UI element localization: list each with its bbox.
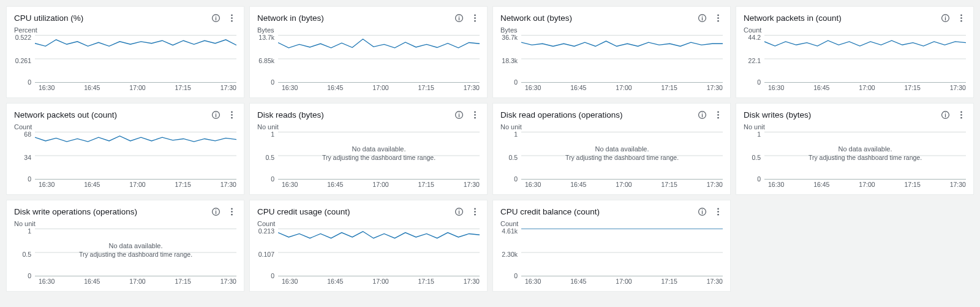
x-tick: 16:45 [84,278,100,285]
info-icon[interactable] [454,207,464,216]
card-header: CPU credit balance (count) [500,207,723,216]
metric-card-net-in: Network in (bytes)Bytes13.7k6.85k016:301… [249,6,488,98]
x-tick: 17:30 [464,278,480,285]
y-tick: 22.1 [748,58,761,64]
plot-area: 36.7k18.3k0 [500,35,723,83]
card-header: Network packets out (count) [14,110,236,119]
plot[interactable]: No data available.Try adjusting the dash… [521,132,723,180]
x-tick: 16:30 [768,84,784,91]
info-icon[interactable] [940,13,950,23]
x-tick: 17:30 [221,84,236,91]
svg-point-48 [474,111,476,113]
x-tick: 17:15 [418,84,434,91]
card-menu-icon[interactable] [470,13,480,23]
card-menu-icon[interactable] [470,207,480,216]
plot-area: 10.50No data available.Try adjusting the… [14,229,236,276]
card-header: Network in (bytes) [257,13,480,23]
plot[interactable]: No data available.Try adjusting the dash… [35,229,236,276]
info-icon[interactable] [211,13,221,23]
x-tick: 17:00 [859,181,875,188]
card-header-actions [211,207,236,216]
card-title: Disk read operations (operations) [500,110,623,119]
svg-point-22 [717,17,719,19]
no-data-line1: No data available. [809,145,922,153]
svg-point-83 [458,209,459,210]
plot[interactable] [35,132,236,180]
card-header: CPU credit usage (count) [257,207,480,216]
card-menu-icon[interactable] [956,13,966,23]
x-tick: 17:00 [129,84,145,91]
info-icon[interactable] [697,207,707,216]
plot[interactable] [278,35,480,83]
x-tick: 17:15 [175,278,191,285]
info-icon[interactable] [697,13,707,23]
y-tick: 0.5 [508,154,518,161]
card-menu-icon[interactable] [470,110,480,119]
y-tick: 13.7k [258,34,274,41]
x-tick: 16:45 [570,84,586,91]
y-tick: 0 [28,176,31,183]
x-tick: 17:00 [372,278,388,285]
info-icon[interactable] [211,110,221,119]
card-menu-icon[interactable] [713,13,723,23]
info-icon[interactable] [697,110,707,119]
card-menu-icon[interactable] [227,110,236,119]
x-tick: 16:30 [282,84,298,91]
plot[interactable]: No data available.Try adjusting the dash… [278,132,480,180]
card-menu-icon[interactable] [713,207,723,216]
metric-card-cpu-credit-usage: CPU credit usage (count)Count0.2130.1070… [249,200,488,292]
y-tick: 34 [24,154,31,161]
svg-point-20 [701,15,702,16]
metric-card-disk-write-ops: Disk write operations (operations)No uni… [6,200,244,292]
info-icon[interactable] [940,110,950,119]
plot[interactable] [521,35,723,83]
y-tick: 68 [24,131,31,138]
info-icon[interactable] [454,13,464,23]
info-icon[interactable] [454,110,464,119]
x-axis: 16:3016:4517:0017:1517:30 [257,181,480,188]
plot[interactable] [764,35,966,83]
x-axis: 16:3016:4517:0017:1517:30 [500,181,723,188]
x-tick: 17:00 [129,181,145,188]
plot[interactable]: No data available.Try adjusting the dash… [764,132,966,180]
unit-label: Count [744,26,966,34]
y-axis: 10.50 [744,132,764,180]
plot[interactable] [35,35,236,83]
svg-point-21 [717,14,719,16]
info-icon[interactable] [211,207,221,216]
metric-card-disk-read-ops: Disk read operations (operations)No unit… [492,103,731,195]
card-menu-icon[interactable] [956,110,966,119]
plot-area: 10.50No data available.Try adjusting the… [744,132,966,180]
x-tick: 16:30 [39,278,55,285]
y-tick: 0.5 [752,154,761,161]
plot[interactable] [278,229,480,276]
y-tick: 4.61k [502,228,518,235]
card-header: Disk reads (bytes) [257,110,480,119]
svg-point-94 [717,211,719,213]
y-tick: 0.5 [22,251,31,258]
card-header-actions [697,207,723,216]
card-header: CPU utilization (%) [14,13,236,23]
svg-point-3 [231,14,233,16]
unit-label: No unit [257,123,480,131]
card-menu-icon[interactable] [713,110,723,119]
card-menu-icon[interactable] [227,207,236,216]
plot[interactable] [521,229,723,276]
y-tick: 0 [271,273,274,279]
x-tick: 17:00 [372,84,388,91]
card-header-actions [454,110,480,119]
no-data-message: No data available.Try adjusting the dash… [565,145,679,161]
x-tick: 16:30 [525,84,541,91]
unit-label: Count [257,220,480,227]
x-tick: 16:30 [282,181,298,188]
x-tick: 16:45 [84,84,100,91]
card-menu-icon[interactable] [227,13,236,23]
x-tick: 17:30 [464,84,480,91]
y-tick: 0 [28,79,31,86]
x-axis: 16:3016:4517:0017:1517:30 [500,278,723,285]
plot-area: 13.7k6.85k0 [257,35,480,83]
x-tick: 17:30 [221,278,236,285]
svg-point-92 [701,209,702,210]
plot-area: 10.50No data available.Try adjusting the… [257,132,480,180]
y-tick: 0.522 [15,34,31,41]
